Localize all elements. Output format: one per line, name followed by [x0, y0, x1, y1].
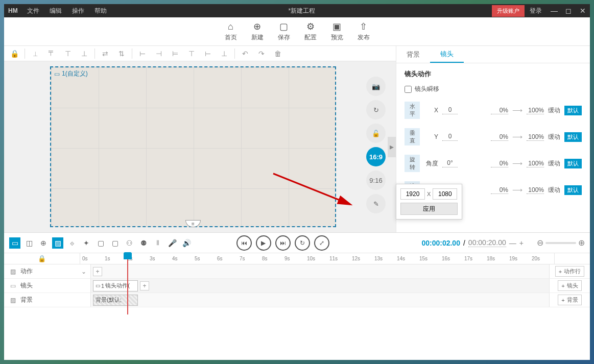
prop-to[interactable]: 100%: [527, 186, 544, 194]
maximize-icon[interactable]: ◻: [561, 7, 576, 15]
background-icon: ▨: [8, 297, 17, 304]
dimension-popup: X 应用: [396, 184, 462, 220]
add-clip-button[interactable]: +: [140, 281, 149, 290]
login-button[interactable]: 登录: [525, 7, 547, 15]
add-clip-button[interactable]: +: [93, 267, 102, 276]
zoom-in-icon[interactable]: ⊕: [578, 238, 585, 248]
align-top-icon[interactable]: ⊤: [185, 47, 198, 60]
chevron-down-icon[interactable]: ⌄: [81, 268, 86, 275]
publish-button[interactable]: ⇧发布: [358, 21, 370, 42]
camera-clip[interactable]: ▭1镜头动作(: [93, 280, 138, 292]
lock-column-icon[interactable]: 🔒: [4, 253, 80, 264]
tool-icon[interactable]: ▨: [52, 237, 63, 249]
height-input[interactable]: [433, 188, 457, 200]
snapshot-icon[interactable]: 📷: [366, 77, 386, 96]
lock-icon[interactable]: 🔒: [8, 47, 20, 60]
undo-icon[interactable]: ↶: [239, 47, 251, 60]
align-middle-icon[interactable]: ⊢: [202, 47, 214, 60]
menu-operate[interactable]: 操作: [67, 7, 89, 15]
default-button[interactable]: 默认: [564, 132, 582, 142]
default-button[interactable]: 默认: [564, 106, 582, 115]
flip-v-icon[interactable]: ⇅: [115, 47, 128, 60]
fullscreen-icon[interactable]: ⤢: [314, 235, 329, 251]
next-icon[interactable]: ⏭: [275, 235, 291, 251]
menu-edit[interactable]: 编辑: [44, 7, 67, 15]
camera-tool-icon[interactable]: ▭: [9, 237, 20, 249]
playhead[interactable]: [127, 253, 128, 314]
prop-value[interactable]: 0: [442, 133, 458, 141]
align-center-icon[interactable]: ⊣: [153, 47, 165, 60]
time-minus-icon[interactable]: —: [509, 239, 516, 247]
tool-icon[interactable]: ▢: [109, 237, 121, 249]
menu-help[interactable]: 帮助: [89, 7, 112, 15]
panel-collapse-handle[interactable]: ▸: [388, 137, 396, 157]
background-clip[interactable]: 背景(默认;: [93, 295, 138, 306]
ratio-16-9-button[interactable]: 16:9: [366, 147, 386, 166]
align-bottom-icon[interactable]: ⊥: [218, 47, 230, 60]
add-background-button[interactable]: + 背景: [558, 295, 581, 305]
ease-label: 缓动: [548, 106, 560, 115]
canvas-expand-handle[interactable]: ≡: [185, 220, 201, 227]
preview-button[interactable]: ▣预览: [331, 21, 343, 42]
prev-icon[interactable]: ⏮: [236, 235, 252, 251]
prop-value[interactable]: 0: [442, 106, 458, 114]
ratio-9-16-button[interactable]: 9:16: [366, 171, 386, 190]
align-tool-icon[interactable]: ⟂: [29, 47, 41, 60]
menu-file[interactable]: 文件: [22, 7, 44, 15]
prop-value[interactable]: 0°: [442, 159, 458, 167]
unlock-icon[interactable]: 🔓: [366, 124, 386, 143]
default-button[interactable]: 默认: [564, 185, 582, 195]
prop-from[interactable]: 0%: [491, 160, 508, 167]
close-icon[interactable]: ✕: [576, 7, 590, 15]
default-button[interactable]: 默认: [564, 159, 582, 168]
speaker-icon[interactable]: 🔊: [181, 237, 192, 249]
tab-background[interactable]: 背景: [396, 46, 430, 63]
tab-camera[interactable]: 镜头: [430, 46, 464, 63]
config-button[interactable]: ⚙配置: [304, 21, 317, 42]
tool-icon[interactable]: ⚉: [138, 237, 149, 249]
time-plus-icon[interactable]: +: [519, 239, 524, 247]
track-label: 动作: [20, 267, 33, 276]
width-input[interactable]: [400, 188, 425, 200]
mic-icon[interactable]: 🎤: [167, 237, 178, 249]
redo-icon[interactable]: ↷: [255, 47, 268, 60]
edit-dim-icon[interactable]: ✎: [366, 194, 386, 213]
tool-icon[interactable]: ▢: [95, 237, 106, 249]
play-icon[interactable]: ▶: [256, 235, 271, 251]
rotate-icon[interactable]: ↻: [366, 100, 386, 119]
tool-icon[interactable]: ⚇: [124, 237, 135, 249]
zoom-slider[interactable]: [545, 242, 576, 244]
canvas[interactable]: ▭ 1(自定义) ≡: [50, 66, 336, 227]
prop-to[interactable]: 100%: [527, 160, 544, 167]
add-action-row-button[interactable]: + 动作行: [555, 266, 584, 277]
loop-icon[interactable]: ↻: [295, 235, 310, 251]
upgrade-button[interactable]: 升级账户: [492, 5, 525, 17]
time-ruler[interactable]: 0s1s2s3s4s5s6s7s8s9s10s11s12s13s14s15s16…: [80, 253, 554, 264]
tool-icon[interactable]: ◫: [23, 237, 35, 249]
new-button[interactable]: ⊕新建: [251, 21, 264, 42]
prop-from[interactable]: 0%: [491, 107, 508, 114]
flip-h-icon[interactable]: ⇄: [99, 47, 111, 60]
instant-move-checkbox[interactable]: [405, 86, 412, 93]
save-button[interactable]: ▢保存: [278, 21, 290, 42]
prop-to[interactable]: 100%: [527, 133, 544, 141]
prop-to[interactable]: 100%: [527, 107, 544, 114]
minimize-icon[interactable]: —: [547, 7, 561, 15]
time-duration[interactable]: 00:00:20.00: [468, 238, 506, 247]
tool-icon[interactable]: ✦: [81, 237, 92, 249]
align-tool-icon[interactable]: 〒: [45, 47, 58, 60]
apply-button[interactable]: 应用: [400, 203, 458, 215]
delete-icon[interactable]: 🗑: [272, 47, 284, 60]
prop-from[interactable]: 0%: [491, 133, 508, 141]
align-left-icon[interactable]: ⊢: [136, 47, 149, 60]
tool-icon[interactable]: ⟐: [66, 237, 78, 249]
home-button[interactable]: ⌂首页: [225, 21, 237, 42]
tool-icon[interactable]: ⦀: [152, 237, 163, 249]
align-right-icon[interactable]: ⊨: [169, 47, 181, 60]
align-tool-icon[interactable]: ⊤: [62, 47, 74, 60]
prop-from[interactable]: 0%: [491, 186, 508, 194]
align-tool-icon[interactable]: ⊥: [78, 47, 90, 60]
zoom-out-icon[interactable]: ⊖: [537, 238, 543, 248]
tool-icon[interactable]: ⊕: [38, 237, 49, 249]
add-camera-button[interactable]: + 镜头: [558, 280, 581, 291]
